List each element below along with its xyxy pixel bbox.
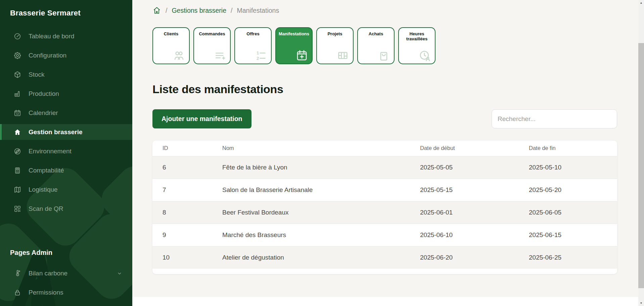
svg-text:1: 1: [257, 50, 259, 55]
entity-tabs: ClientsCommandesOffres12ManifestationsPr…: [152, 27, 435, 64]
calculator-icon: [13, 166, 21, 175]
start-date-cell: 2025-06-10: [410, 224, 519, 246]
end-date-cell: 2025-05-20: [519, 179, 617, 201]
sidebar-item-calendrier[interactable]: 12Calendrier: [0, 105, 132, 121]
sidebar-item-comptabilite[interactable]: Comptabilité: [0, 162, 132, 178]
name-cell: Atelier de dégustation: [212, 246, 410, 269]
sidebar-item-label: Gestion brasserie: [29, 128, 83, 136]
factory-icon: [13, 90, 21, 98]
breadcrumb-separator: /: [231, 7, 232, 14]
tab-clients[interactable]: Clients: [152, 27, 190, 64]
add-manifestation-button[interactable]: Ajouter une manifestation: [152, 109, 251, 128]
table-row[interactable]: 7Salon de la Brasserie Artisanale2025-05…: [152, 179, 617, 201]
tab-manifestations[interactable]: Manifestations: [275, 27, 313, 64]
start-date-cell: 2025-05-05: [410, 156, 519, 179]
sidebar-item-label: Production: [29, 90, 59, 98]
table-row[interactable]: 9Marché des Brasseurs2025-06-102025-06-1…: [152, 224, 617, 246]
sidebar-item-label: Logistique: [29, 186, 58, 193]
sidebar-item-logistique[interactable]: Logistique: [0, 182, 132, 197]
clock-user-icon: [418, 49, 431, 62]
home-icon[interactable]: [152, 6, 161, 15]
sidebar: Brasserie Sermaret Tableau de bordConfig…: [0, 0, 132, 306]
search-input[interactable]: [492, 109, 617, 128]
sidebar-item-label: Tableau de bord: [29, 33, 74, 40]
id-cell: 8: [152, 201, 212, 224]
sidebar-item-label: Comptabilité: [29, 167, 64, 174]
chevron-down-icon[interactable]: [116, 270, 124, 276]
scrollbar-down-icon[interactable]: ▼: [638, 300, 644, 306]
table-row[interactable]: 6Fête de la bière à Lyon2025-05-052025-0…: [152, 156, 617, 179]
tab-achats[interactable]: Achats: [357, 27, 395, 64]
sidebar-item-permissions[interactable]: Permissions: [0, 284, 132, 300]
name-cell: Beer Festival Bordeaux: [212, 201, 410, 224]
table-header-row: IDNomDate de débutDate de fin: [152, 141, 617, 156]
id-cell: 7: [152, 179, 212, 201]
name-cell: Fête de la bière à Lyon: [212, 156, 410, 179]
sidebar-item-label: Calendrier: [29, 109, 58, 117]
breadcrumb-separator: /: [166, 7, 167, 14]
sidebar-item-label: Environnement: [29, 148, 72, 155]
tab-label: Clients: [153, 32, 189, 37]
end-date-cell: 2025-05-10: [519, 156, 617, 179]
tab-projets[interactable]: Projets: [316, 27, 354, 64]
end-date-cell: 2025-06-25: [519, 246, 617, 269]
table-row[interactable]: 10Atelier de dégustation2025-06-202025-0…: [152, 246, 617, 269]
bag-icon: [377, 49, 390, 62]
table-row[interactable]: 8Beer Festival Bordeaux2025-06-012025-06…: [152, 201, 617, 224]
svg-text:2: 2: [257, 56, 259, 61]
start-date-cell: 2025-05-15: [410, 179, 519, 201]
sidebar-item-scan-de-qr[interactable]: Scan de QR: [0, 201, 132, 217]
vertical-scrollbar[interactable]: ▲ ▼: [638, 0, 644, 306]
sidebar-item-label: Stock: [29, 71, 45, 78]
tab-label: Achats: [358, 32, 394, 37]
breadcrumb: / Gestions brasserie / Manifestations: [152, 5, 279, 15]
breadcrumb-current: Manifestations: [237, 7, 279, 14]
name-cell: Salon de la Brasserie Artisanale: [212, 179, 410, 201]
manifestations-table-card: IDNomDate de débutDate de fin 6Fête de l…: [152, 141, 617, 274]
start-date-cell: 2025-06-20: [410, 246, 519, 269]
tab-label: Offres: [235, 32, 271, 37]
end-date-cell: 2025-06-15: [519, 224, 617, 246]
tab-label: Heures travaillées: [399, 32, 435, 42]
sidebar-item-label: Bilan carbone: [29, 270, 67, 277]
kanban-icon: [336, 49, 350, 62]
page-title: Liste des manifestations: [152, 83, 283, 96]
calendar-icon: 12: [13, 109, 21, 117]
column-header-id: ID: [152, 141, 212, 156]
name-cell: Marché des Brasseurs: [212, 224, 410, 246]
sidebar-item-environnement[interactable]: Environnement: [0, 143, 132, 159]
end-date-cell: 2025-06-05: [519, 201, 617, 224]
manifestations-table: IDNomDate de débutDate de fin 6Fête de l…: [152, 141, 617, 269]
tab-label: Commandes: [194, 32, 230, 37]
sidebar-item-configuration[interactable]: Configuration: [0, 47, 132, 63]
sidebar-item-gestion-brasserie[interactable]: Gestion brasserie: [0, 124, 132, 140]
tab-offres[interactable]: Offres12: [234, 27, 272, 64]
sidebar-item-tableau-de-bord[interactable]: Tableau de bord: [0, 28, 132, 44]
map-icon: [13, 186, 21, 194]
main-content: / Gestions brasserie / Manifestations Cl…: [132, 0, 638, 297]
column-header-date-de-fin: Date de fin: [519, 141, 617, 156]
breadcrumb-link-gestions-brasserie[interactable]: Gestions brasserie: [172, 7, 226, 14]
calendar-plus-icon: [295, 49, 309, 62]
scrollbar-up-icon[interactable]: ▲: [638, 0, 644, 6]
start-date-cell: 2025-06-01: [410, 201, 519, 224]
tab-label: Projets: [317, 32, 353, 37]
box-icon: [13, 71, 21, 79]
column-header-date-de-debut: Date de début: [410, 141, 519, 156]
tab-commandes[interactable]: Commandes: [193, 27, 231, 64]
id-cell: 10: [152, 246, 212, 269]
sidebar-item-bilan-carbone[interactable]: Bilan carbone: [0, 265, 132, 281]
gauge-icon: [13, 32, 21, 40]
table-body: 6Fête de la bière à Lyon2025-05-052025-0…: [152, 156, 617, 269]
tab-label: Manifestations: [276, 32, 312, 37]
sidebar-item-production[interactable]: Production: [0, 86, 132, 102]
qr-icon: [13, 205, 21, 213]
users-icon: [172, 49, 186, 62]
sidebar-admin-nav: Bilan carbonePermissions: [0, 265, 132, 300]
sidebar-item-stock[interactable]: Stock: [0, 67, 132, 82]
scrollbar-thumb[interactable]: [638, 43, 644, 288]
tab-heures-travaillees[interactable]: Heures travaillées: [398, 27, 435, 64]
svg-text:12: 12: [16, 112, 19, 115]
sidebar-item-label: Scan de QR: [29, 205, 63, 213]
thermometer-icon: [13, 269, 21, 277]
